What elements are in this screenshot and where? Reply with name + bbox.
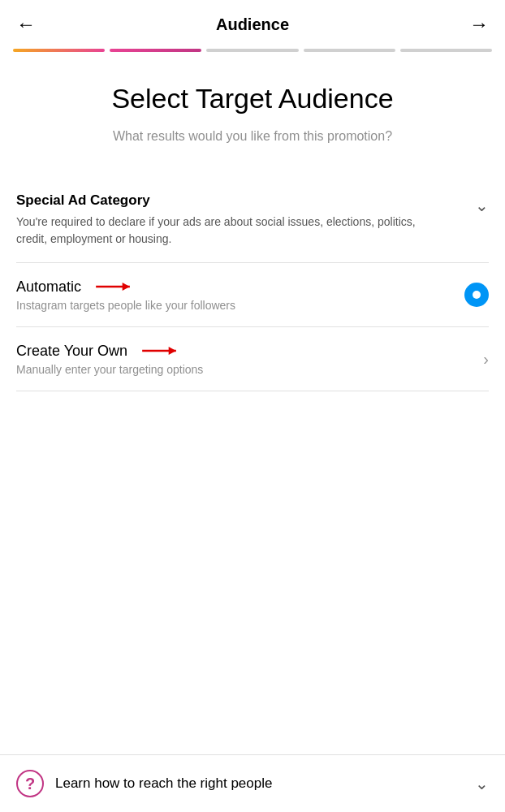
help-left: ? Learn how to reach the right people [16,770,272,797]
help-chevron-icon: ⌄ [475,774,489,793]
progress-segment-5 [400,49,492,52]
create-your-own-chevron-icon: › [483,350,489,369]
page-title: Audience [216,15,289,34]
special-ad-text: Special Ad Category You're required to d… [16,192,475,248]
create-your-own-label: Create Your Own [16,342,483,360]
svg-marker-1 [123,283,130,291]
automatic-option-desc: Instagram targets people like your follo… [16,299,464,312]
create-your-own-text: Create Your Own Manually enter your targ… [16,342,483,376]
help-section[interactable]: ? Learn how to reach the right people ⌄ [0,754,505,812]
progress-bar [0,49,505,52]
progress-segment-2 [110,49,201,52]
automatic-option-text: Automatic Instagram targets people like … [16,278,464,312]
radio-inner-dot [473,291,481,299]
progress-segment-4 [304,49,395,52]
header: ← Audience → [0,0,505,49]
create-your-own-option[interactable]: Create Your Own Manually enter your targ… [16,327,489,391]
automatic-red-arrow-icon [93,278,133,296]
help-icon-circle: ? [16,770,44,797]
page-subtitle: What results would you like from this pr… [16,127,489,145]
select-target-audience-title: Select Target Audience [16,83,489,114]
progress-segment-1 [13,49,105,52]
special-ad-description: You're required to declare if your ads a… [16,214,475,248]
special-ad-section[interactable]: Special Ad Category You're required to d… [16,178,489,263]
svg-marker-3 [169,347,176,355]
help-text: Learn how to reach the right people [55,775,272,792]
help-question-icon: ? [25,775,35,792]
back-button[interactable]: ← [16,13,36,36]
special-ad-title: Special Ad Category [16,192,475,209]
special-ad-chevron-icon: ⌄ [475,196,489,215]
automatic-radio-button[interactable] [464,283,489,307]
create-own-red-arrow-icon [139,342,179,360]
automatic-option[interactable]: Automatic Instagram targets people like … [16,263,489,327]
main-content: Select Target Audience What results woul… [0,58,505,408]
create-your-own-desc: Manually enter your targeting options [16,363,483,376]
automatic-option-label: Automatic [16,278,464,296]
progress-segment-3 [206,49,298,52]
forward-button[interactable]: → [469,13,489,36]
